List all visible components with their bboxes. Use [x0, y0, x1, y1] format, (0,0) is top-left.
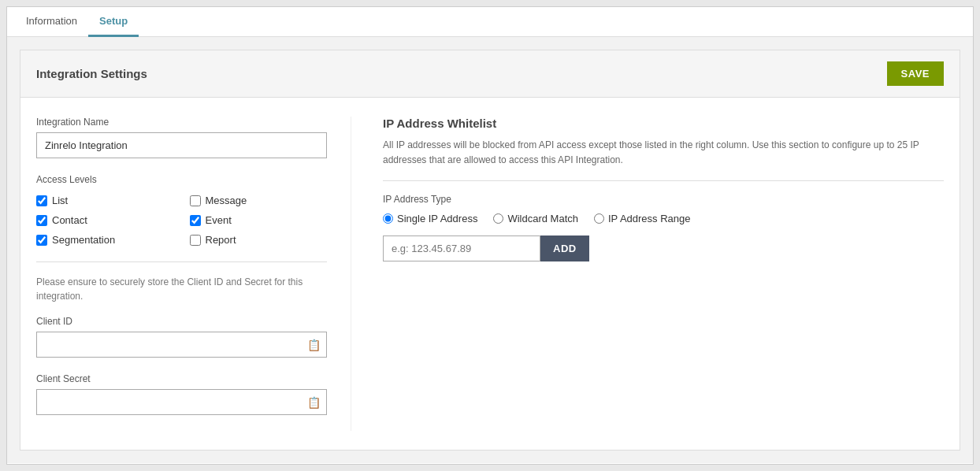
client-secret-input[interactable] [36, 389, 327, 415]
tab-information[interactable]: Information [15, 7, 88, 37]
copy-client-secret-icon[interactable]: 📋 [307, 396, 321, 409]
client-secret-group: Client Secret 📋 [36, 373, 327, 415]
radio-wildcard-input[interactable] [493, 213, 503, 224]
integration-name-label: Integration Name [36, 117, 327, 128]
checkbox-event-input[interactable] [190, 215, 201, 226]
checkbox-grid: List Message Contact [36, 195, 327, 246]
add-ip-button[interactable]: ADD [540, 236, 589, 261]
integration-name-input[interactable] [36, 132, 327, 158]
radio-single-ip-label: Single IP Address [397, 213, 477, 224]
checkbox-list-label: List [52, 195, 68, 206]
checkbox-segmentation[interactable]: Segmentation [36, 234, 174, 246]
card: Integration Settings SAVE Integration Na… [20, 50, 960, 451]
client-secret-label: Client Secret [36, 373, 327, 384]
checkbox-segmentation-input[interactable] [36, 235, 47, 246]
checkbox-message-label: Message [206, 195, 247, 206]
checkbox-segmentation-label: Segmentation [52, 234, 115, 246]
divider [36, 261, 327, 262]
whitelist-title: IP Address Whitelist [383, 117, 944, 130]
client-id-input[interactable] [36, 332, 327, 358]
checkbox-message[interactable]: Message [190, 195, 328, 206]
card-header: Integration Settings SAVE [20, 50, 960, 98]
whitelist-desc: All IP addresses will be blocked from AP… [383, 138, 944, 168]
tab-setup[interactable]: Setup [88, 7, 139, 37]
main-window: Information Setup Integration Settings S… [6, 6, 974, 465]
radio-wildcard[interactable]: Wildcard Match [493, 213, 578, 224]
client-id-group: Client ID 📋 [36, 316, 327, 358]
ip-type-radio-group: Single IP Address Wildcard Match IP Addr… [383, 213, 944, 224]
integration-name-group: Integration Name [36, 117, 327, 158]
checkbox-report-label: Report [206, 234, 236, 246]
checkbox-list[interactable]: List [36, 195, 174, 206]
client-id-label: Client ID [36, 316, 327, 327]
access-levels-group: Access Levels List Message [36, 174, 327, 246]
whitelist-divider [383, 180, 944, 181]
checkbox-report[interactable]: Report [190, 234, 328, 246]
client-id-input-wrapper: 📋 [36, 332, 327, 358]
ip-type-label: IP Address Type [383, 194, 944, 205]
checkbox-list-input[interactable] [36, 195, 47, 206]
save-button[interactable]: SAVE [887, 61, 944, 86]
card-title: Integration Settings [36, 67, 147, 80]
checkbox-event-label: Event [206, 214, 232, 226]
main-content: Integration Settings SAVE Integration Na… [7, 37, 973, 463]
left-section: Integration Name Access Levels List [36, 117, 351, 431]
secure-notice: Please ensure to securely store the Clie… [36, 275, 327, 303]
radio-single-ip[interactable]: Single IP Address [383, 213, 477, 224]
checkbox-report-input[interactable] [190, 235, 201, 246]
right-section: IP Address Whitelist All IP addresses wi… [383, 117, 944, 431]
card-body: Integration Name Access Levels List [20, 98, 960, 450]
copy-client-id-icon[interactable]: 📋 [307, 339, 321, 351]
checkbox-event[interactable]: Event [190, 214, 328, 226]
radio-single-ip-input[interactable] [383, 213, 393, 224]
access-levels-label: Access Levels [36, 174, 327, 185]
checkbox-contact-label: Contact [52, 214, 87, 226]
checkbox-message-input[interactable] [190, 195, 201, 206]
radio-ip-range[interactable]: IP Address Range [594, 213, 691, 224]
ip-input-row: ADD [383, 236, 944, 261]
ip-address-input[interactable] [383, 236, 540, 261]
client-secret-input-wrapper: 📋 [36, 389, 327, 415]
checkbox-contact-input[interactable] [36, 215, 47, 226]
radio-wildcard-label: Wildcard Match [507, 213, 578, 224]
tab-bar: Information Setup [7, 7, 973, 37]
radio-ip-range-input[interactable] [594, 213, 604, 224]
checkbox-contact[interactable]: Contact [36, 214, 174, 226]
radio-ip-range-label: IP Address Range [608, 213, 691, 224]
